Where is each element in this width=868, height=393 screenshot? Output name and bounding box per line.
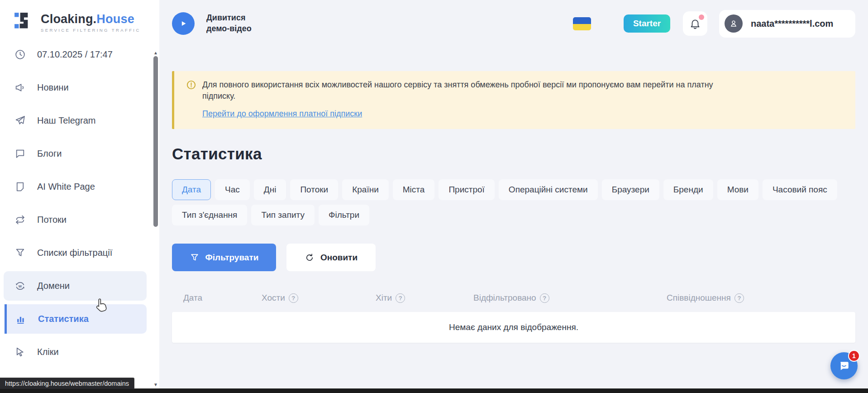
tab-devices[interactable]: Пристрої <box>439 179 494 200</box>
play-demo-button[interactable] <box>172 12 195 35</box>
banner-text-line1: Для повного використання всіх можливосте… <box>202 79 713 91</box>
tab-brands[interactable]: Бренди <box>663 179 713 200</box>
empty-state: Немає даних для відображення. <box>172 312 855 343</box>
sidebar-item-label: Списки фільтрації <box>37 248 112 258</box>
sidebar-item-label: Кліки <box>37 347 59 357</box>
topbar: Дивитися демо-відео Starter naata*******… <box>172 0 855 47</box>
sidebar-item-news[interactable]: Новини <box>4 73 147 102</box>
logo-tagline: SERVICE FILTERING TRAFFIC <box>41 28 141 33</box>
paper-plane-icon <box>14 115 26 126</box>
bar-chart-icon <box>15 313 27 325</box>
tab-operating-systems[interactable]: Операційні системи <box>499 179 598 200</box>
logo-title: Cloaking.House <box>41 12 141 26</box>
sidebar-menu: 07.10.2025 / 17:47 Новини Наш Telegram Б… <box>0 40 159 367</box>
subscribe-link[interactable]: Перейти до оформлення платної підписки <box>202 109 362 119</box>
sidebar-item-blogs[interactable]: Блоги <box>4 139 147 168</box>
sidebar-item-domains[interactable]: w Домени <box>4 271 147 301</box>
play-icon <box>178 19 188 29</box>
sidebar-item-label: AI White Page <box>37 182 95 192</box>
tab-days[interactable]: Дні <box>254 179 286 200</box>
notifications-button[interactable] <box>683 11 707 36</box>
sidebar-item-label: 07.10.2025 / 17:47 <box>37 49 113 60</box>
empty-state-text: Немає даних для відображення. <box>449 322 578 332</box>
tab-date[interactable]: Дата <box>172 179 211 200</box>
filter-tabs: Дата Час Дні Потоки Країни Міста Пристро… <box>172 179 855 225</box>
sidebar-item-clicks[interactable]: Кліки <box>4 337 147 367</box>
scrollbar-up-arrow[interactable]: ▲ <box>153 51 158 55</box>
sidebar-item-label: Блоги <box>37 149 62 159</box>
clock-icon <box>14 49 26 60</box>
language-flag-ukraine[interactable] <box>573 17 591 30</box>
chat-widget-icon <box>837 359 851 373</box>
chat-unread-badge: 1 <box>848 350 860 362</box>
column-header-date: Дата <box>183 293 262 303</box>
funnel-icon <box>14 247 26 259</box>
filter-button-label: Фільтрувати <box>205 253 259 263</box>
tab-streams[interactable]: Потоки <box>290 179 338 200</box>
logo-title-accent: House <box>96 12 134 26</box>
bell-icon <box>689 18 701 29</box>
status-url-tooltip: https://cloaking.house/webmaster/domains <box>0 378 134 389</box>
chat-bubble-icon <box>14 148 26 159</box>
funnel-icon <box>190 253 200 263</box>
sync-arrows-icon <box>14 214 26 225</box>
column-header-ratio: Співвідношення ? <box>667 293 744 303</box>
action-buttons: Фільтрувати Оновити <box>172 244 855 271</box>
sidebar-item-statistics[interactable]: Статистика <box>5 304 147 334</box>
logo-icon <box>14 12 34 33</box>
window-bottom-edge <box>0 388 868 393</box>
filter-button[interactable]: Фільтрувати <box>172 244 276 271</box>
page-icon <box>14 181 26 192</box>
notification-dot <box>699 14 704 20</box>
refresh-icon <box>305 253 315 263</box>
avatar <box>725 14 743 33</box>
help-icon[interactable]: ? <box>540 293 549 303</box>
scrollbar-thumb[interactable] <box>153 56 158 227</box>
banner-text-line2: підписку. <box>202 91 713 102</box>
demo-video-label[interactable]: Дивитися демо-відео <box>206 13 252 34</box>
sidebar-item-label: Статистика <box>38 314 89 324</box>
help-icon[interactable]: ? <box>289 293 298 303</box>
refresh-button-label: Оновити <box>320 253 358 263</box>
scrollbar-down-arrow[interactable]: ▼ <box>153 383 158 387</box>
warning-icon <box>186 80 196 90</box>
sidebar-item-ai-white-page[interactable]: AI White Page <box>4 172 147 201</box>
main-content: Дивитися демо-відео Starter naata*******… <box>159 0 868 393</box>
sidebar-item-label: Домени <box>37 281 70 291</box>
cursor-icon <box>14 346 26 358</box>
sidebar-item-streams[interactable]: Потоки <box>4 205 147 235</box>
tab-request-type[interactable]: Тип запиту <box>251 205 315 225</box>
refresh-button[interactable]: Оновити <box>286 244 376 271</box>
user-account-button[interactable]: naata**********l.com <box>719 10 855 38</box>
tab-countries[interactable]: Країни <box>342 179 389 200</box>
help-icon[interactable]: ? <box>396 293 405 303</box>
tab-filters[interactable]: Фільтри <box>319 205 369 225</box>
sidebar-item-filter-lists[interactable]: Списки фільтрації <box>4 238 147 268</box>
column-header-hits: Хіти ? <box>376 293 473 303</box>
sidebar-item-label: Потоки <box>37 215 67 225</box>
megaphone-icon <box>14 82 26 93</box>
sidebar-item-label: Наш Telegram <box>37 115 95 126</box>
tab-connection-type[interactable]: Тип з'єднання <box>172 205 247 225</box>
help-icon[interactable]: ? <box>734 293 744 303</box>
globe-w-icon: w <box>14 280 26 292</box>
chat-widget-button[interactable]: 1 <box>830 352 858 379</box>
tab-browsers[interactable]: Браузери <box>602 179 659 200</box>
tab-languages[interactable]: Мови <box>717 179 758 200</box>
tab-time[interactable]: Час <box>215 179 250 200</box>
sidebar: Cloaking.House SERVICE FILTERING TRAFFIC… <box>0 0 159 393</box>
svg-text:w: w <box>18 284 22 288</box>
column-header-hosts: Хости ? <box>262 293 376 303</box>
logo-title-main: Cloaking. <box>41 12 96 26</box>
logo: Cloaking.House SERVICE FILTERING TRAFFIC <box>0 0 159 33</box>
plan-badge-button[interactable]: Starter <box>624 14 670 33</box>
trial-warning-banner: Для повного використання всіх можливосте… <box>172 71 855 129</box>
user-email: naata**********l.com <box>751 19 833 29</box>
sidebar-item-datetime: 07.10.2025 / 17:47 <box>4 40 147 69</box>
column-header-filtered: Відфільтровано ? <box>473 293 667 303</box>
tab-cities[interactable]: Міста <box>393 179 435 200</box>
banner-text: Для повного використання всіх можливосте… <box>202 79 713 102</box>
person-icon <box>729 19 739 29</box>
sidebar-item-telegram[interactable]: Наш Telegram <box>4 106 147 135</box>
tab-timezone[interactable]: Часовий пояс <box>763 179 837 200</box>
